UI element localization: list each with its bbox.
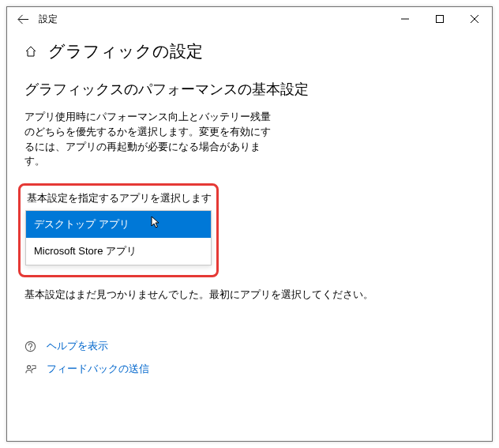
home-icon (24, 45, 37, 58)
window-title: 設定 (39, 13, 388, 26)
dropdown-item-label: デスクトップ アプリ (34, 218, 129, 230)
section-title: グラフィックスのパフォーマンスの基本設定 (24, 80, 475, 99)
close-icon (471, 15, 478, 23)
svg-point-2 (30, 349, 31, 350)
dropdown-label: 基本設定を指定するアプリを選択します (25, 192, 212, 205)
arrow-left-icon (17, 13, 29, 25)
maximize-icon (436, 15, 444, 23)
cursor-icon (151, 216, 162, 230)
help-link[interactable]: ヘルプを表示 (47, 340, 108, 353)
home-button[interactable] (24, 45, 37, 58)
section-description: アプリ使用時にパフォーマンス向上とバッテリー残量のどちらを優先するかを選択します… (24, 110, 277, 169)
no-preferences-text: 基本設定はまだ見つかりませんでした。最初にアプリを選択してください。 (24, 288, 475, 302)
svg-point-3 (28, 366, 31, 369)
minimize-button[interactable] (388, 7, 422, 31)
page-title: グラフィックの設定 (48, 40, 203, 62)
close-button[interactable] (457, 7, 492, 31)
feedback-link-row: フィードバックの送信 (24, 363, 475, 376)
highlighted-dropdown-area: 基本設定を指定するアプリを選択します デスクトップ アプリ Microsoft … (18, 183, 219, 277)
dropdown-item-microsoft-store-app[interactable]: Microsoft Store アプリ (26, 238, 211, 265)
back-button[interactable] (12, 7, 34, 31)
titlebar: 設定 (7, 7, 492, 31)
window-controls (388, 7, 492, 31)
dropdown-item-desktop-app[interactable]: デスクトップ アプリ (26, 211, 211, 238)
svg-rect-0 (437, 16, 444, 23)
settings-window: 設定 グラフィックの設定 グラフィックスのパフォーマンスの基本設定 アプリ使用時… (6, 6, 493, 442)
feedback-icon (24, 363, 39, 375)
help-link-row: ヘルプを表示 (24, 340, 475, 353)
app-type-dropdown[interactable]: デスクトップ アプリ Microsoft Store アプリ (25, 210, 212, 265)
content-area: グラフィックの設定 グラフィックスのパフォーマンスの基本設定 アプリ使用時にパフ… (7, 31, 492, 441)
minimize-icon (401, 15, 409, 23)
page-header: グラフィックの設定 (24, 40, 475, 62)
maximize-button[interactable] (422, 7, 457, 31)
help-icon (24, 341, 39, 352)
feedback-link[interactable]: フィードバックの送信 (47, 363, 149, 376)
dropdown-item-label: Microsoft Store アプリ (34, 245, 137, 257)
